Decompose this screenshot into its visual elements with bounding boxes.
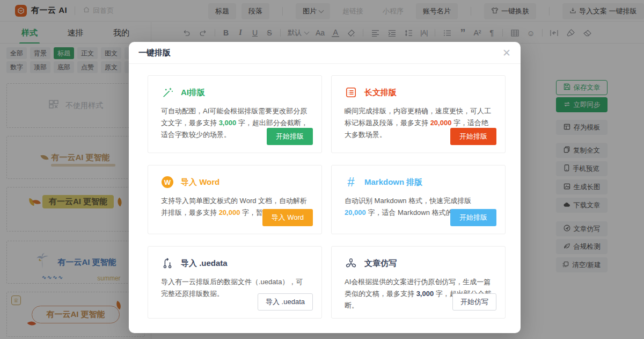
card-markdown-layout: # Markdown 排版 自动识别 Markdown 格式，快速完成排版 20… <box>331 165 506 234</box>
modal-header: 一键排版 ✕ <box>129 42 521 64</box>
card-title: 文章仿写 <box>364 258 397 269</box>
card-title: Markdown 排版 <box>364 177 422 187</box>
card-title: AI排版 <box>181 88 205 98</box>
word-icon: W <box>161 176 174 189</box>
doc-list-icon <box>345 86 357 99</box>
start-layout-button[interactable]: 开始排版 <box>450 128 496 145</box>
card-ai-layout: AI排版 可自动配图，AI可能会根据排版需要更改部分原文文字，最多支持 3,00… <box>148 75 322 153</box>
start-layout-button[interactable]: 开始排版 <box>450 209 496 226</box>
start-layout-button[interactable]: 开始排版 <box>267 128 313 145</box>
import-uedata-button[interactable]: 导入 .uedata <box>258 293 313 311</box>
uedata-import-icon <box>161 257 174 270</box>
one-click-layout-modal: 一键排版 ✕ AI排版 可自动配图，AI可能会根据排版需要更改部分原文文字，最多… <box>129 42 521 333</box>
layout-options-grid: AI排版 可自动配图，AI可能会根据排版需要更改部分原文文字，最多支持 3,00… <box>129 64 521 319</box>
start-rewrite-button[interactable]: 开始仿写 <box>452 293 496 311</box>
modal-title: 一键排版 <box>138 48 171 58</box>
rewrite-fan-icon <box>345 257 357 270</box>
card-long-text-layout: 长文排版 瞬间完成排版，内容更精确，速度更快，可人工标记标题及段落，最多支持 2… <box>331 75 506 153</box>
card-title: 长文排版 <box>364 88 397 98</box>
close-icon[interactable]: ✕ <box>502 48 511 58</box>
card-title: 导入 Word <box>181 177 219 187</box>
import-word-button[interactable]: 导入 Word <box>262 209 313 226</box>
card-title: 导入 .uedata <box>181 258 228 269</box>
magic-wand-icon <box>161 86 174 99</box>
card-article-rewrite: 文章仿写 AI会根据提供的文案进行伪原创仿写，生成一篇类似的文稿，最多支持 3,… <box>331 246 506 319</box>
markdown-icon: # <box>345 176 357 189</box>
card-import-word: W 导入 Word 支持导入简单图文板式的 Word 文档，自动解析并排版，最多… <box>148 165 322 234</box>
card-import-uedata: 导入 .uedata 导入有一云排版后的数据文件（.uedata），可完整还原排… <box>148 246 322 319</box>
